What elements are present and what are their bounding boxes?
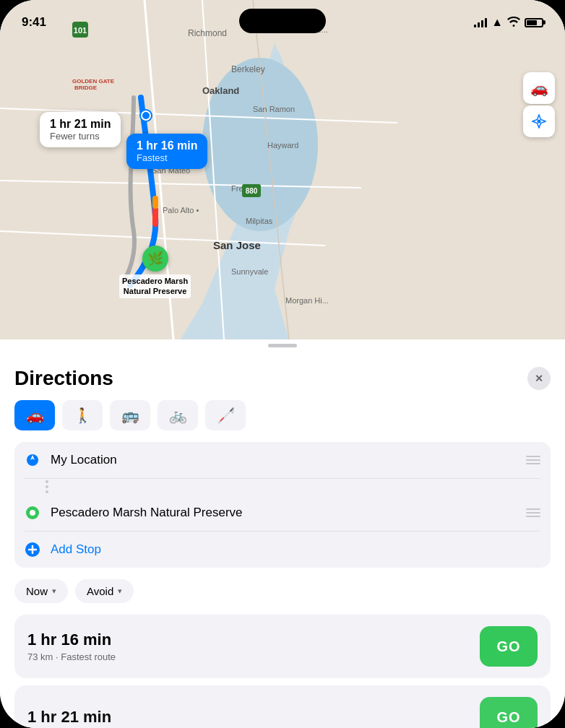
route-fastest-detail: 73 km · Fastest route [27, 651, 116, 662]
signal-icon [474, 17, 487, 27]
origin-row[interactable]: My Location [25, 442, 540, 479]
svg-point-32 [30, 510, 35, 516]
map-area[interactable]: Richmond Berkeley Oakland San Ramon Hayw… [0, 0, 565, 339]
route-label-alternate[interactable]: 1 hr 21 min Fewer turns [40, 112, 121, 147]
add-stop-label[interactable]: Add Stop [51, 542, 101, 557]
svg-text:GOLDEN GATE: GOLDEN GATE [72, 78, 115, 84]
destination-pin-label: Pescadero Marsh Natural Preserve [119, 274, 191, 298]
waypoints-container: My Location [14, 442, 551, 568]
go-button-fastest[interactable]: GO [480, 626, 538, 667]
tab-walk[interactable]: 🚶 [62, 400, 103, 430]
svg-text:Berkeley: Berkeley [231, 64, 265, 74]
destination-icon [25, 505, 40, 521]
route-alt-info: 1 hr 21 min [27, 708, 111, 727]
route-options: Now ▾ Avoid ▾ [14, 579, 551, 603]
go-button-alternate[interactable]: GO [480, 697, 538, 728]
status-time: 9:41 [22, 15, 46, 30]
current-location-dot [141, 110, 151, 121]
directions-panel: Directions ✕ 🚗 🚶 🚌 🚲 🦯 My Location [0, 354, 565, 728]
route-fastest-time: 1 hr 16 min [27, 630, 116, 649]
destination-text: Pescadero Marsh Natural Preserve [51, 506, 516, 520]
map-controls: 🚗 [523, 72, 555, 137]
tab-cycle[interactable]: 🚲 [158, 400, 198, 430]
dynamic-island [239, 9, 326, 33]
svg-text:880: 880 [246, 187, 258, 195]
destination-pin-icon: 🌿 [142, 246, 168, 272]
origin-text: My Location [51, 453, 516, 467]
svg-point-3 [202, 58, 318, 231]
svg-text:Milpitas: Milpitas [246, 217, 273, 225]
route-fast-time: 1 hr 16 min [137, 139, 197, 152]
wifi-signal-icon [507, 17, 520, 29]
avoid-chevron-icon: ▾ [118, 586, 122, 596]
tab-transit[interactable]: 🚌 [110, 400, 150, 430]
destination-row[interactable]: Pescadero Marsh Natural Preserve [25, 495, 540, 532]
route-card-alternate[interactable]: 1 hr 21 min GO [14, 685, 551, 728]
panel-header: Directions ✕ [14, 354, 551, 400]
battery-icon [525, 18, 543, 27]
route-alt-time: 1 hr 21 min [50, 118, 111, 131]
add-stop-row[interactable]: Add Stop [25, 532, 540, 568]
status-icons: ▲ [474, 16, 543, 29]
panel-title: Directions [14, 367, 113, 390]
svg-point-29 [538, 120, 541, 124]
svg-text:BRIDGE: BRIDGE [74, 84, 98, 91]
svg-text:San Ramon: San Ramon [253, 105, 295, 113]
svg-text:Hayward: Hayward [267, 141, 298, 150]
tab-drive[interactable]: 🚗 [14, 400, 55, 430]
svg-text:San Jose: San Jose [213, 239, 261, 251]
sheet-handle [268, 344, 297, 347]
tab-accessibility[interactable]: 🦯 [205, 400, 246, 430]
time-option-label: Now [26, 585, 48, 597]
destination-pin: 🌿 Pescadero Marsh Natural Preserve [119, 246, 191, 298]
phone-frame: 9:41 ▲ [0, 0, 565, 728]
destination-drag-handle [526, 508, 540, 517]
route-fastest-info: 1 hr 16 min 73 km · Fastest route [27, 630, 116, 662]
close-button[interactable]: ✕ [527, 367, 551, 390]
route-connector [25, 479, 540, 495]
svg-text:Sunnyvale: Sunnyvale [231, 267, 268, 276]
route-alt-card-time: 1 hr 21 min [27, 708, 111, 727]
route-alt-label: Fewer turns [50, 131, 111, 142]
add-stop-icon [25, 542, 40, 558]
time-option[interactable]: Now ▾ [14, 579, 68, 603]
time-chevron-icon: ▾ [52, 586, 56, 596]
route-fast-label: Fastest [137, 152, 197, 163]
origin-drag-handle [526, 456, 540, 464]
avoid-option[interactable]: Avoid ▾ [75, 579, 134, 603]
wifi-icon: ▲ [491, 16, 503, 29]
avoid-option-label: Avoid [87, 585, 113, 597]
route-label-fastest[interactable]: 1 hr 16 min Fastest [126, 134, 207, 169]
svg-text:Oakland: Oakland [202, 85, 239, 96]
location-btn[interactable] [523, 105, 555, 137]
transport-mode-tabs: 🚗 🚶 🚌 🚲 🦯 [14, 400, 551, 430]
location-icon [25, 452, 40, 468]
route-card-fastest[interactable]: 1 hr 16 min 73 km · Fastest route GO [14, 615, 551, 678]
svg-text:Morgan Hi...: Morgan Hi... [285, 296, 329, 305]
svg-text:Palo Alto •: Palo Alto • [163, 206, 199, 214]
drive-mode-map-btn[interactable]: 🚗 [523, 72, 555, 104]
